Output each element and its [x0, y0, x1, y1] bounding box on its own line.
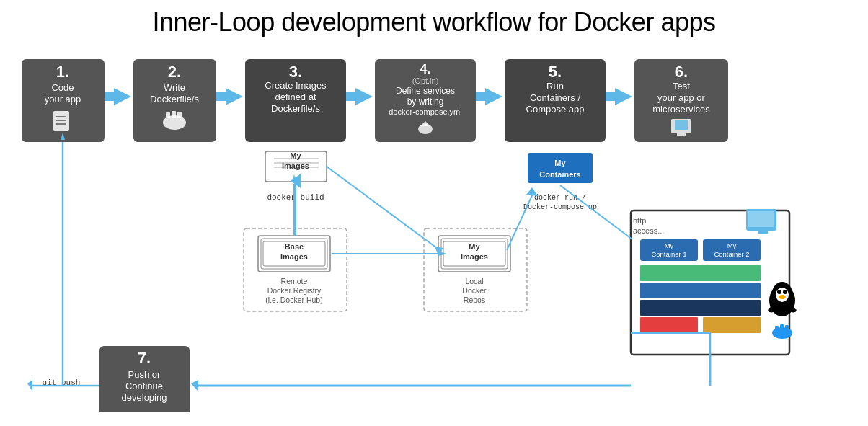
svg-text:Docker: Docker	[462, 286, 487, 295]
svg-marker-109	[27, 380, 32, 391]
svg-rect-86	[640, 283, 761, 298]
svg-text:5.: 5.	[549, 63, 562, 81]
svg-rect-3	[53, 111, 69, 131]
svg-text:My: My	[554, 159, 566, 167]
svg-text:Container 2: Container 2	[714, 250, 749, 258]
svg-text:docker-compose.yml: docker-compose.yml	[389, 107, 461, 116]
svg-text:developing: developing	[122, 392, 167, 403]
svg-text:Images: Images	[280, 252, 308, 261]
arrow-5-6	[615, 88, 632, 105]
svg-text:Local: Local	[465, 277, 483, 285]
svg-text:6.: 6.	[675, 63, 688, 81]
svg-text:your app: your app	[45, 94, 81, 105]
svg-text:Remote: Remote	[281, 277, 308, 285]
svg-text:Containers: Containers	[539, 170, 580, 179]
svg-text:Compose app: Compose app	[526, 104, 585, 115]
svg-rect-33	[606, 92, 616, 101]
svg-text:Run: Run	[546, 81, 564, 92]
svg-text:1.: 1.	[56, 63, 69, 81]
arrow-3-4	[355, 88, 373, 105]
svg-text:3.: 3.	[289, 63, 302, 81]
svg-text:Continue: Continue	[125, 381, 163, 391]
svg-text:Containers /: Containers /	[530, 92, 580, 103]
svg-text:4.: 4.	[420, 62, 430, 76]
svg-text:My: My	[727, 241, 737, 249]
svg-text:docker run /: docker run /	[534, 194, 586, 202]
svg-text:Create Images: Create Images	[265, 80, 327, 91]
svg-rect-12	[166, 112, 170, 118]
svg-text:access...: access...	[633, 226, 664, 235]
diagram-svg: 1. Code your app 2. Write Dockerfile/s 3…	[14, 52, 854, 412]
svg-text:http: http	[633, 216, 646, 225]
svg-rect-20	[346, 92, 357, 101]
svg-text:Repos: Repos	[464, 296, 485, 304]
svg-text:My: My	[290, 151, 301, 160]
svg-text:(i.e. Docker Hub): (i.e. Docker Hub)	[265, 296, 322, 304]
svg-text:Images: Images	[282, 161, 309, 170]
svg-point-93	[777, 290, 781, 294]
svg-rect-85	[640, 265, 761, 281]
svg-rect-99	[775, 326, 779, 331]
arrow-2-3	[226, 88, 243, 105]
svg-text:Base: Base	[285, 242, 304, 251]
svg-rect-78	[758, 231, 768, 234]
svg-text:Test: Test	[673, 81, 690, 92]
svg-point-94	[783, 290, 787, 294]
svg-text:My: My	[469, 242, 480, 251]
svg-text:2.: 2.	[168, 63, 181, 81]
svg-text:microservices: microservices	[652, 104, 710, 115]
svg-rect-100	[780, 324, 784, 331]
svg-line-68	[507, 192, 533, 250]
svg-text:Dockerfile/s: Dockerfile/s	[150, 94, 199, 105]
arrow-4-5	[485, 88, 502, 105]
svg-text:Images: Images	[461, 252, 488, 261]
svg-rect-7	[105, 92, 115, 101]
svg-text:Write: Write	[164, 82, 185, 93]
svg-text:Code: Code	[51, 82, 74, 93]
svg-text:Dockerfile/s: Dockerfile/s	[271, 103, 320, 114]
arrow-1-2	[114, 88, 131, 105]
svg-text:Container 1: Container 1	[651, 250, 686, 258]
page-title: Inner-Loop development workflow for Dock…	[14, 7, 854, 37]
svg-marker-69	[526, 187, 538, 196]
svg-text:defined at: defined at	[275, 92, 316, 102]
svg-rect-88	[640, 317, 698, 333]
svg-text:Push or: Push or	[128, 369, 161, 380]
svg-marker-110	[191, 380, 198, 391]
page: Inner-Loop development workflow for Dock…	[0, 0, 868, 426]
svg-text:Docker Registry: Docker Registry	[267, 286, 322, 295]
svg-rect-101	[785, 325, 789, 331]
svg-rect-87	[640, 300, 761, 316]
svg-rect-40	[677, 133, 686, 136]
svg-text:7.: 7.	[138, 349, 151, 367]
svg-rect-15	[216, 92, 227, 101]
svg-text:Define services: Define services	[396, 86, 455, 96]
svg-text:(Opt.in): (Opt.in)	[412, 76, 439, 85]
svg-rect-13	[172, 111, 176, 118]
svg-rect-77	[748, 211, 774, 227]
svg-text:My: My	[665, 241, 674, 249]
svg-rect-39	[675, 120, 688, 130]
svg-text:by writing: by writing	[407, 97, 444, 107]
svg-rect-14	[177, 112, 182, 118]
svg-line-73	[327, 167, 440, 250]
svg-rect-28	[476, 92, 487, 101]
svg-text:your app or: your app or	[657, 92, 705, 103]
svg-line-102	[560, 185, 632, 239]
svg-rect-89	[703, 317, 761, 333]
svg-point-95	[779, 295, 786, 299]
